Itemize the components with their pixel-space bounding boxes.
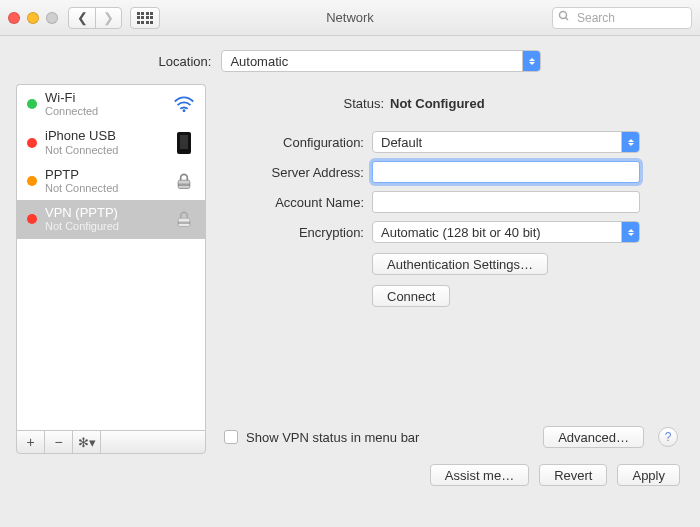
status-dot-icon [27,214,37,224]
grid-icon [137,12,154,24]
encryption-label: Encryption: [224,225,364,240]
server-address-input[interactable] [372,161,640,183]
help-button[interactable]: ? [658,427,678,447]
main-bottom-row: Show VPN status in menu bar Advanced… ? [224,426,678,454]
chevron-left-icon: ❮ [77,10,88,25]
remove-service-button[interactable]: − [45,431,73,453]
server-address-label: Server Address: [224,165,364,180]
connect-label: Connect [387,289,435,304]
lock-icon [171,209,197,229]
content: Wi-Fi Connected iPhone USB Not Connected [0,84,700,454]
sidebar-item-pptp[interactable]: PPTP Not Connected [17,162,205,200]
sidebar-item-status: Not Configured [45,220,163,232]
location-row: Location: Automatic [0,36,700,84]
stepper-icon [621,132,639,152]
gear-icon: ✻▾ [78,435,96,450]
show-vpn-checkbox[interactable] [224,430,238,444]
sidebar-item-status: Connected [45,105,163,117]
stepper-icon [522,51,540,71]
add-service-button[interactable]: + [17,431,45,453]
assist-label: Assist me… [445,468,514,483]
sidebar-item-vpn-pptp[interactable]: VPN (PPTP) Not Configured [17,200,205,238]
help-icon: ? [665,430,672,444]
svg-point-2 [183,109,186,112]
status-dot-icon [27,99,37,109]
revert-label: Revert [554,468,592,483]
main-pane: Status: Not Configured Configuration: De… [218,84,684,454]
apply-label: Apply [632,468,665,483]
configuration-row: Configuration: Default [224,131,678,153]
svg-line-1 [566,17,569,20]
location-label: Location: [159,54,212,69]
account-name-row: Account Name: [224,191,678,213]
auth-settings-button[interactable]: Authentication Settings… [372,253,548,275]
back-button[interactable]: ❮ [69,8,95,28]
nav-back-forward: ❮ ❯ [68,7,122,29]
sidebar-item-name: VPN (PPTP) [45,206,163,220]
advanced-button[interactable]: Advanced… [543,426,644,448]
sidebar-container: Wi-Fi Connected iPhone USB Not Connected [16,84,206,454]
sidebar-item-name: iPhone USB [45,129,163,143]
stepper-icon [621,222,639,242]
search-input[interactable] [552,7,692,29]
titlebar: ❮ ❯ Network [0,0,700,36]
revert-button[interactable]: Revert [539,464,607,486]
service-actions-button[interactable]: ✻▾ [73,431,101,453]
chevron-right-icon: ❯ [103,10,114,25]
svg-point-0 [560,11,567,18]
sidebar-item-status: Not Connected [45,144,163,156]
zoom-window-button[interactable] [46,12,58,24]
configuration-select[interactable]: Default [372,131,640,153]
close-window-button[interactable] [8,12,20,24]
encryption-value: Automatic (128 bit or 40 bit) [381,225,541,240]
status-label: Status: [314,96,384,111]
search-icon [558,10,570,25]
sidebar-item-text: PPTP Not Connected [45,168,163,194]
services-list: Wi-Fi Connected iPhone USB Not Connected [16,84,206,430]
location-value: Automatic [230,54,288,69]
server-address-row: Server Address: [224,161,678,183]
configuration-label: Configuration: [224,135,364,150]
encryption-select[interactable]: Automatic (128 bit or 40 bit) [372,221,640,243]
status-dot-icon [27,138,37,148]
window-controls [8,12,58,24]
minimize-window-button[interactable] [27,12,39,24]
status-row: Status: Not Configured [224,88,678,131]
svg-rect-6 [178,222,190,225]
sidebar-item-status: Not Connected [45,182,163,194]
sidebar-item-text: iPhone USB Not Connected [45,129,163,155]
bottom-actions: Assist me… Revert Apply [0,454,700,486]
apply-button[interactable]: Apply [617,464,680,486]
wifi-icon [171,94,197,114]
encryption-row: Encryption: Automatic (128 bit or 40 bit… [224,221,678,243]
sidebar-item-wifi[interactable]: Wi-Fi Connected [17,85,205,123]
assist-button[interactable]: Assist me… [430,464,529,486]
svg-rect-4 [178,183,190,186]
connect-button[interactable]: Connect [372,285,450,307]
sidebar-item-iphone-usb[interactable]: iPhone USB Not Connected [17,123,205,161]
show-all-prefs-button[interactable] [130,7,160,29]
sidebar-item-text: Wi-Fi Connected [45,91,163,117]
location-select[interactable]: Automatic [221,50,541,72]
status-value: Not Configured [390,96,485,111]
account-name-input[interactable] [372,191,640,213]
show-vpn-label: Show VPN status in menu bar [246,430,419,445]
account-name-label: Account Name: [224,195,364,210]
sidebar-item-name: Wi-Fi [45,91,163,105]
sidebar-item-name: PPTP [45,168,163,182]
configuration-value: Default [381,135,422,150]
status-dot-icon [27,176,37,186]
sidebar-footer: + − ✻▾ [16,430,206,454]
search-wrap [552,7,692,29]
forward-button[interactable]: ❯ [95,8,121,28]
auth-settings-label: Authentication Settings… [387,257,533,272]
phone-icon [171,133,197,153]
lock-icon [171,171,197,191]
advanced-label: Advanced… [558,430,629,445]
sidebar-item-text: VPN (PPTP) Not Configured [45,206,163,232]
